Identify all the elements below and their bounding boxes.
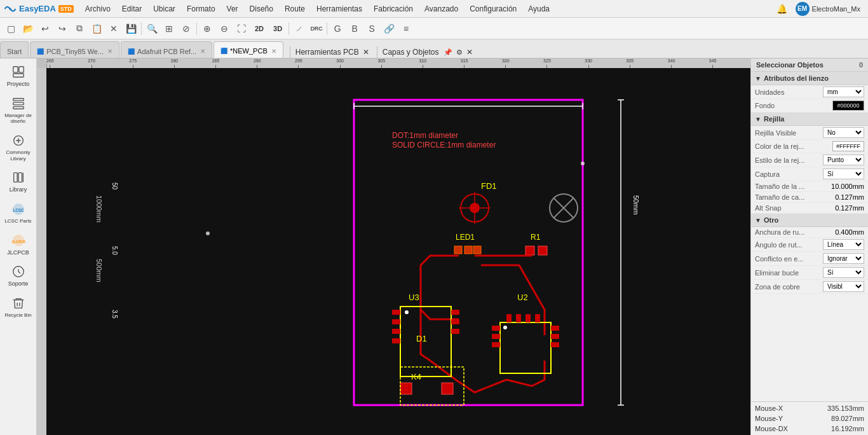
3d-button[interactable]: 3D <box>269 23 287 34</box>
svg-rect-1 <box>13 67 17 72</box>
anchura-label: Anchura de ru... <box>755 228 835 236</box>
username: ElectroMan_Mx <box>812 5 860 13</box>
layers-pin-icon[interactable]: 📌 <box>444 48 452 57</box>
save-button[interactable]: 💾 <box>123 20 139 37</box>
menu-ver[interactable]: Ver <box>222 3 243 15</box>
sidebar-item-manager[interactable]: Manager de diseño <box>2 93 35 128</box>
sidebar-recycle-label: Recycle Bin <box>4 312 31 319</box>
sidebar-item-recycle[interactable]: Recycle Bin <box>2 293 35 322</box>
sidebar-library-label: Library <box>10 186 27 193</box>
menu-avanzado[interactable]: Avanzado <box>419 3 463 15</box>
route-tool[interactable]: ⟋ <box>291 20 308 37</box>
avatar: EM <box>796 2 810 16</box>
tab-pcb-tiny85-close[interactable]: ✕ <box>107 48 112 55</box>
svg-rect-63 <box>551 326 559 331</box>
svg-rect-67 <box>516 314 521 322</box>
sidebar-item-proyecto[interactable]: Proyecto <box>2 61 35 92</box>
menu-editar[interactable]: Editar <box>117 3 147 15</box>
layers-settings-icon[interactable]: ⚙ <box>456 48 463 57</box>
paste-button[interactable]: 📋 <box>88 20 105 37</box>
canvas-area[interactable]: 2652702752802852902953003053103153203253… <box>37 59 750 435</box>
menu-ubicar[interactable]: Ubicar <box>148 3 180 15</box>
tab-adafruit-close[interactable]: ✕ <box>200 48 205 55</box>
ruler-left <box>37 68 46 435</box>
tab-start[interactable]: Start <box>0 41 29 58</box>
conflicto-select[interactable]: IgnorarError <box>823 253 864 264</box>
layers-objects-close[interactable]: ✕ <box>466 48 473 57</box>
captura-select[interactable]: SíNo <box>823 169 864 179</box>
menu-herramientas[interactable]: Herramientas <box>311 3 367 15</box>
copy-button[interactable]: ⧉ <box>71 20 88 37</box>
zoom-out-button[interactable]: ⊖ <box>216 20 233 37</box>
pcb-canvas[interactable]: DOT:1mm diameter SOLID CIRCLE:1mm diamet… <box>46 68 750 435</box>
user-menu[interactable]: EM ElectroMan_Mx <box>792 2 864 16</box>
svg-rect-50 <box>392 319 400 324</box>
menu-fabricacion[interactable]: Fabricación <box>369 3 418 15</box>
svg-text:U3: U3 <box>409 293 419 302</box>
eliminar-bucle-label: Eliminar bucle <box>755 269 823 277</box>
undo-button[interactable]: ↩ <box>37 20 53 37</box>
tab-pcb-tiny85-icon: 🟦 <box>37 48 44 55</box>
row-conflicto: Conflicto en e... IgnorarError <box>751 252 868 266</box>
row-tamano-rejilla: Tamaño de la ... 10.000mm <box>751 181 868 192</box>
row-zona-cobre: Zona de cobre VisiblOculto <box>751 280 868 294</box>
fondo-color[interactable]: #000000 <box>832 100 864 111</box>
search-button[interactable]: 🔍 <box>144 20 160 37</box>
tab-new-pcb-close[interactable]: ✕ <box>271 48 276 55</box>
pcb-tools-close[interactable]: ✕ <box>363 48 369 57</box>
svg-rect-8 <box>13 173 17 183</box>
section-otro: ▼ Otro <box>751 214 868 227</box>
tab-adafruit[interactable]: 🟦 Adafruit PCB Ref... ✕ <box>121 41 212 58</box>
svg-rect-66 <box>506 314 512 322</box>
unidades-select[interactable]: mmmilinch <box>823 86 864 97</box>
clear-button[interactable]: ⊘ <box>178 20 194 37</box>
svg-text:LED1: LED1 <box>456 233 475 242</box>
layers-button[interactable]: ≡ <box>398 20 414 37</box>
menu-formato[interactable]: Formato <box>182 3 220 15</box>
color-rejilla-color[interactable]: #FFFFFF <box>832 141 864 151</box>
estilo-rejilla-select[interactable]: PuntoLínea <box>823 155 864 165</box>
zoom-fit-button[interactable]: ⛶ <box>233 20 250 37</box>
tab-pcb-tiny85-label: PCB_Tiny85 We... <box>46 48 104 55</box>
svg-rect-61 <box>492 334 500 339</box>
schematic-button[interactable]: S <box>363 20 380 37</box>
angulo-select[interactable]: Línea45°90° <box>823 239 864 250</box>
menu-diseno[interactable]: Diseño <box>245 3 278 15</box>
rejilla-visible-select[interactable]: NoSí <box>823 127 864 138</box>
tamano-captura-label: Tamaño de ca... <box>755 193 835 201</box>
open-button[interactable]: 📂 <box>20 20 36 37</box>
new-button[interactable]: ▢ <box>3 20 19 37</box>
fit-button[interactable]: ⊞ <box>161 20 177 37</box>
drc-button[interactable]: DRC <box>308 20 325 37</box>
notification-bell-icon[interactable]: 🔔 <box>774 1 790 17</box>
eliminar-bucle-select[interactable]: SíNo <box>823 267 864 278</box>
delete-button[interactable]: ✕ <box>105 20 122 37</box>
menu-route[interactable]: Route <box>280 3 310 15</box>
svg-rect-6 <box>13 106 24 109</box>
svg-text:FD1: FD1 <box>481 181 497 191</box>
sidebar-item-soporte[interactable]: Soporte <box>2 261 35 291</box>
tab-new-pcb[interactable]: 🟦 *NEW_PCB ✕ <box>214 41 283 58</box>
svg-text:50: 50 <box>111 183 118 190</box>
svg-rect-43 <box>465 246 472 254</box>
svg-rect-54 <box>451 319 459 324</box>
sidebar-item-library[interactable]: Library <box>2 167 35 197</box>
redo-button[interactable]: ↪ <box>54 20 71 37</box>
svg-rect-55 <box>451 329 459 334</box>
menu-configuracion[interactable]: Configuración <box>465 3 522 15</box>
tab-pcb-tiny85[interactable]: 🟦 PCB_Tiny85 We... ✕ <box>30 41 119 58</box>
sidebar-item-lcsc[interactable]: LCSC LCSC Parts <box>2 198 35 228</box>
zoom-in-button[interactable]: ⊕ <box>199 20 215 37</box>
bom-button[interactable]: B <box>346 20 363 37</box>
sidebar-item-jlcpcb[interactable]: JLCPCB JLCPCB <box>2 230 35 260</box>
conflicto-label: Conflicto en e... <box>755 255 823 263</box>
gerber-button[interactable]: G <box>329 20 346 37</box>
share-button[interactable]: 🔗 <box>381 20 397 37</box>
menu-archivo[interactable]: Archivo <box>80 3 116 15</box>
2d-button[interactable]: 2D <box>250 23 268 34</box>
svg-text:U2: U2 <box>517 293 528 302</box>
sidebar-item-commonly[interactable]: Commonly Library <box>2 130 35 165</box>
menu-ayuda[interactable]: Ayuda <box>523 3 555 15</box>
zona-cobre-select[interactable]: VisiblOculto <box>823 281 864 292</box>
toolbar: ▢ 📂 ↩ ↪ ⧉ 📋 ✕ 💾 🔍 ⊞ ⊘ ⊕ ⊖ ⛶ 2D 3D ⟋ DRC … <box>0 18 868 39</box>
